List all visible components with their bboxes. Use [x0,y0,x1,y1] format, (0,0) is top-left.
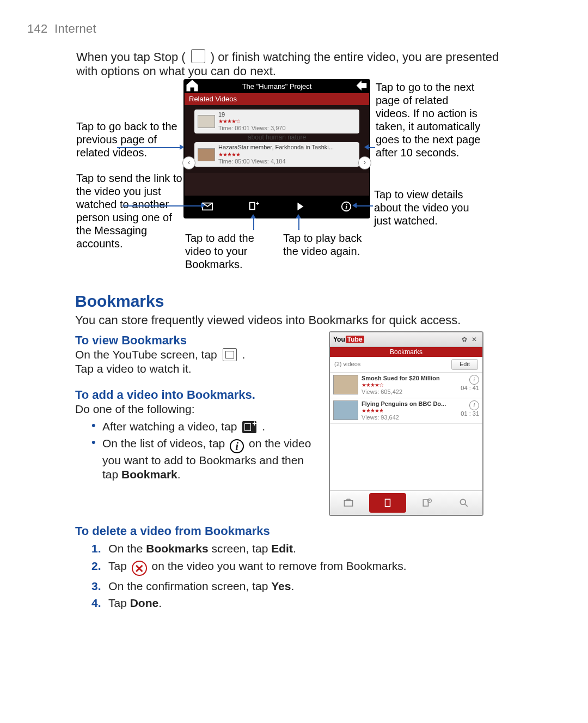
tab-videos-icon [330,491,367,515]
svg-text:+: + [256,201,259,206]
del-s1-c: screen, tap [211,542,268,555]
related-item-2: HazaraStar member, Farkhonda in Tashki..… [194,142,359,166]
related-meta-2: Time: 05:00 Views: 4,184 [218,158,334,165]
add-b1-a: After watching a video, tap [102,420,237,433]
callout-next-page: Tap to go to the next page of related vi… [376,81,482,159]
phone-screenshot: The "Humans" Project Related Videos 19 ★… [183,79,370,218]
tab-bookmarks-icon [369,493,406,513]
del-s2-a: Tap [108,560,127,572]
related-subtitle: about human nature [187,133,367,141]
close-icon: ✕ [469,336,479,343]
bm1-title: Smosh Sued for $20 Million [362,375,461,382]
screenshot-toolbar: + i [185,196,369,217]
thumbnail-icon [333,375,358,394]
add-b2-a: On the list of videos, tap [102,437,225,449]
page-header: 142 Internet [27,22,96,36]
info-icon: i [323,196,369,217]
del-s3-b: Yes [271,580,291,592]
related-title-2: HazaraStar member, Farkhonda in Tashki..… [218,144,334,151]
add-bookmark-icon [242,421,256,433]
svg-rect-5 [385,499,390,507]
del-s2-b: on the video you want to remove from Boo… [152,560,407,572]
bookmarks-tab-icon [223,348,237,361]
figure-bookmarks-screen: YouTube ✿ ✕ Bookmarks (2) videos Edit Sm… [329,331,483,516]
rating-stars: ★★★★★ [218,151,334,158]
figure-related-videos: The "Humans" Project Related Videos 19 ★… [0,74,588,275]
bookmarks-tab-label: Bookmarks [330,347,482,357]
view-text-c: Tap a video to watch it. [75,362,315,375]
back-icon [354,78,369,95]
tab-search-icon [445,491,482,515]
youtube-logo: YouTube [333,336,364,343]
svg-rect-0 [250,203,255,210]
info-icon: i [469,400,479,410]
mail-icon [185,196,231,217]
del-s4-b: Done [130,597,159,609]
callout-video-details: Tap to view details about the video you … [374,188,480,227]
bookmarks-description: You can store frequently viewed videos i… [75,313,500,327]
delete-heading: To delete a video from Bookmarks [75,524,511,538]
view-bookmarks-block: To view Bookmarks On the YouTube screen,… [75,333,315,375]
add-lead: Do one of the following: [75,402,315,416]
tab-history-icon [408,491,445,515]
bookmark-item-2: Flying Penguins on BBC Do... ★★★★★ Views… [330,398,482,424]
del-s3-c: . [291,580,294,592]
related-title-1: 19 [218,111,286,118]
prev-page-button: ‹ [182,156,195,169]
add-bookmark-block: To add a video into Bookmarks. Do one of… [75,388,315,484]
section-title: Internet [54,22,96,35]
related-videos-header: Related Videos [185,93,369,105]
del-s1-b: Bookmarks [146,542,208,555]
add-b1-b: . [262,420,265,433]
callout-play-again: Tap to play back the video again. [283,232,376,258]
svg-rect-4 [345,501,353,506]
bm2-duration: 01 : 31 [461,410,479,417]
next-page-button: › [358,156,371,169]
home-icon [185,78,200,95]
intro-text-a: When you tap Stop ( [76,50,186,64]
view-text-b: . [242,348,245,361]
delete-bookmark-block: To delete a video from Bookmarks 1. On t… [75,524,511,613]
info-icon: i [469,375,479,385]
screenshot-title: The "Humans" Project [200,82,354,91]
thumbnail-icon [198,115,215,128]
bottom-tabbar [330,490,482,515]
bm1-views: Views: 605,422 [362,388,461,396]
add-b2-c: . [177,468,181,481]
add-bookmark-heading: To add a video into Bookmarks. [75,388,315,402]
del-s3-a: On the confirmation screen, tap [108,580,268,592]
info-icon: i [230,439,244,453]
rating-stars: ★★★★☆ [218,118,286,125]
page-number: 142 [27,22,48,35]
video-count: (2) videos [334,361,360,368]
del-s4-a: Tap [108,597,127,609]
bookmark-item-1: Smosh Sued for $20 Million ★★★★☆ Views: … [330,373,482,398]
del-s4-c: . [158,597,162,609]
related-item-1: 19 ★★★★☆ Time: 06:01 Views: 3,970 [194,110,359,133]
svg-text:i: i [345,203,347,211]
bm2-title: Flying Penguins on BBC Do... [362,400,461,408]
bm1-duration: 04 : 41 [461,385,479,392]
bm2-views: Views: 93,642 [362,414,461,421]
del-s1-a: On the [108,542,143,555]
callout-send-link: Tap to send the link to the video you ju… [76,172,185,250]
svg-point-8 [460,499,465,505]
delete-icon: ✕ [132,561,147,576]
thumbnail-icon [333,400,358,420]
gear-icon: ✿ [460,336,469,343]
stop-icon [191,49,205,63]
rating-stars: ★★★★☆ [362,382,461,388]
related-meta-1: Time: 06:01 Views: 3,970 [218,125,286,132]
view-text-a: On the YouTube screen, tap [75,348,217,361]
view-bookmarks-heading: To view Bookmarks [75,333,315,348]
bookmarks-heading: Bookmarks [75,291,164,311]
thumbnail-icon [198,148,215,161]
del-s1-d: Edit [271,542,293,555]
add-b2-bold: Bookmark [121,468,177,481]
rating-stars: ★★★★★ [362,408,461,414]
callout-add-bookmark: Tap to add the video to your Bookmarks. [185,232,272,271]
edit-button: Edit [451,359,478,369]
del-s1-e: . [293,542,296,555]
callout-prev-page: Tap to go back to the previous page of r… [76,120,180,159]
